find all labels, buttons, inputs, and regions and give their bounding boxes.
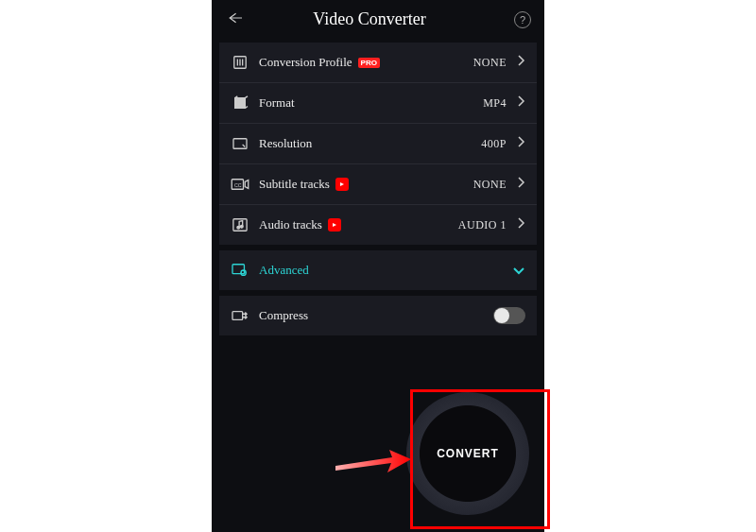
row-audio-tracks[interactable]: Audio tracks AUDIO 1 [219,205,537,245]
row-label: Conversion ProfilePRO [259,55,464,70]
chevron-down-icon [512,262,525,279]
svg-rect-7 [232,265,244,274]
resolution-icon [231,136,249,151]
row-advanced[interactable]: Advanced [219,250,537,290]
chevron-right-icon [516,135,525,152]
compress-icon [231,308,249,323]
chevron-right-icon [516,176,525,193]
svg-point-6 [240,225,243,228]
row-label: Resolution [259,136,472,151]
cc-icon: CC [231,177,249,192]
svg-point-5 [237,226,240,229]
row-compress: Compress [219,296,537,335]
chevron-right-icon [516,94,525,112]
row-value: NONE [473,56,507,70]
compress-toggle[interactable] [493,307,525,324]
row-label: Audio tracks [259,217,449,232]
chevron-right-icon [516,216,525,233]
play-badge-icon [328,218,341,232]
row-resolution[interactable]: Resolution 400P [219,124,537,164]
row-label: Format [259,95,473,111]
svg-text:CC: CC [234,182,242,188]
row-value: MP4 [483,96,507,111]
bottom-area: CONVERT [212,335,544,532]
pro-badge: PRO [358,58,380,68]
help-icon[interactable]: ? [514,11,531,28]
convert-button[interactable]: CONVERT [406,392,529,515]
sliders-icon [231,55,249,70]
app-screen: Video Converter ? Conversion ProfilePRO … [212,0,544,532]
svg-rect-9 [232,312,243,320]
row-value: 400P [481,137,507,151]
compress-section: Compress [219,296,537,335]
page-title: Video Converter [238,9,501,29]
format-icon [231,95,249,111]
top-bar: Video Converter ? [212,0,544,37]
advanced-icon [231,263,249,278]
settings-list: Conversion ProfilePRO NONE Format MP4 Re… [219,43,537,245]
row-label: Subtitle tracks [259,177,464,192]
row-conversion-profile[interactable]: Conversion ProfilePRO NONE [219,43,537,83]
row-label: Advanced [259,263,503,278]
row-subtitle-tracks[interactable]: CC Subtitle tracks NONE [219,164,537,205]
advanced-section: Advanced [219,250,537,290]
row-label: Compress [259,308,484,323]
row-format[interactable]: Format MP4 [219,83,537,124]
chevron-right-icon [516,54,525,71]
row-value: AUDIO 1 [458,218,507,232]
music-icon [231,217,249,232]
play-badge-icon [335,178,349,191]
row-value: NONE [473,178,507,192]
